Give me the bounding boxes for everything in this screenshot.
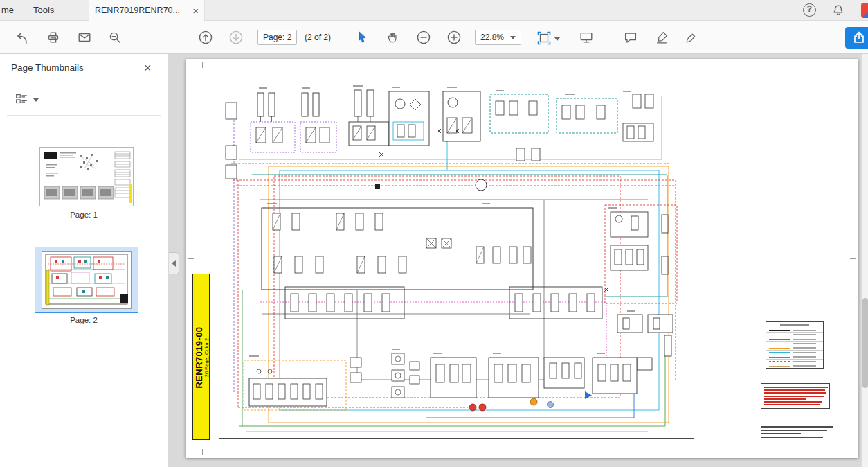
page-display-button[interactable] [534, 28, 561, 50]
crop-mark [188, 258, 194, 259]
thumbnail-page-2[interactable] [35, 247, 138, 313]
highlight-button[interactable] [653, 28, 671, 46]
chevron-down-icon [33, 98, 39, 102]
comment-icon [623, 30, 638, 45]
fit-page-icon [536, 30, 552, 49]
page-up-icon [198, 30, 213, 45]
print-icon [46, 30, 61, 45]
panel-title: Page Thumbnails [11, 62, 84, 73]
legend-header [766, 322, 823, 328]
chevron-down-icon [510, 36, 516, 39]
panel-divider [7, 115, 161, 116]
thumbnail-list-icon [14, 91, 29, 109]
comment-button[interactable] [622, 28, 640, 46]
crop-mark [202, 449, 203, 455]
main-toolbar: Page: 2 (2 of 2) [0, 21, 868, 54]
presentation-icon [579, 30, 594, 45]
vertical-scrollbar[interactable] [861, 54, 868, 467]
crop-mark [202, 62, 203, 68]
share-arrow-icon [851, 37, 867, 48]
tab-bar: me Tools RENR7019RENR70... × ? [0, 0, 868, 21]
thumbnails-panel: Page Thumbnails × [0, 54, 168, 467]
fill-sign-button[interactable] [682, 28, 700, 46]
notifications-button[interactable] [831, 3, 846, 18]
account-avatar[interactable] [861, 3, 868, 18]
previous-page-button[interactable] [197, 28, 215, 46]
hand-tool-button[interactable] [384, 28, 402, 46]
tab-tools[interactable]: Tools [33, 0, 54, 21]
thumbnail-page-2-preview [42, 252, 131, 308]
scrollbar-thumb[interactable] [862, 298, 868, 388]
marquee-zoom-button[interactable] [106, 28, 124, 46]
banner-subtitle: 20 Page, Color 2 [204, 338, 210, 377]
zoom-in-button[interactable] [445, 28, 463, 46]
schematic-drawing [219, 82, 694, 439]
bell-icon [831, 10, 846, 20]
highlighter-icon [654, 30, 669, 45]
thumbnail-page-1-preview [40, 148, 133, 206]
pointer-icon [355, 30, 370, 45]
thumbnail-page-1[interactable] [39, 147, 134, 206]
chevron-left-icon [172, 260, 176, 267]
line-patterns-legend [766, 321, 824, 369]
zoom-out-button[interactable] [415, 28, 433, 46]
zoom-level-value: 22.8% [480, 33, 504, 42]
email-button[interactable] [75, 28, 93, 46]
crop-mark [842, 62, 842, 68]
share-icon [15, 30, 30, 45]
crop-mark [842, 449, 842, 455]
plus-circle-icon [446, 30, 462, 45]
share-button[interactable] [845, 27, 868, 49]
minus-circle-icon [416, 30, 431, 45]
page-number-input[interactable]: Page: 2 [257, 30, 297, 45]
acrobat-window: me Tools RENR7019RENR70... × ? [0, 0, 868, 467]
share-file-button[interactable] [13, 28, 31, 46]
crop-mark [850, 258, 856, 259]
panel-collapse-handle[interactable] [169, 252, 179, 274]
close-panel-icon[interactable]: × [143, 60, 153, 77]
tab-home[interactable]: me [1, 0, 14, 21]
tab-document[interactable]: RENR7019RENR70... × [89, 0, 205, 21]
email-icon [77, 30, 92, 45]
zoom-level-select[interactable]: 22.8% [475, 30, 521, 45]
print-button[interactable] [44, 28, 62, 46]
thumbnail-page-2-label: Page: 2 [0, 316, 168, 324]
thumbnail-page-1-label: Page: 1 [0, 211, 168, 219]
chevron-down-icon [554, 37, 560, 41]
page-down-icon [228, 30, 244, 45]
document-edge-banner: RENR7019-00 20 Page, Color 2 [192, 274, 210, 440]
hand-icon [386, 30, 401, 45]
full-screen-button[interactable] [577, 28, 595, 46]
banner-title: RENR7019-00 [195, 327, 204, 389]
search-zoom-icon [107, 30, 123, 45]
notes-table [761, 383, 830, 409]
document-tab-label: RENR7019RENR70... [95, 6, 188, 15]
thumbnail-options-button[interactable] [12, 90, 40, 110]
next-page-button[interactable] [227, 28, 245, 46]
help-icon[interactable]: ? [803, 3, 816, 17]
page-count-label: (2 of 2) [305, 30, 331, 45]
pdf-page[interactable]: RENR7019-00 20 Page, Color 2 [186, 59, 858, 458]
thumbnail-page-2-frame [42, 251, 132, 309]
close-tab-icon[interactable]: × [192, 6, 199, 16]
sign-pen-icon [684, 30, 699, 45]
select-tool-button[interactable] [354, 28, 372, 46]
fine-print-block [761, 426, 835, 438]
